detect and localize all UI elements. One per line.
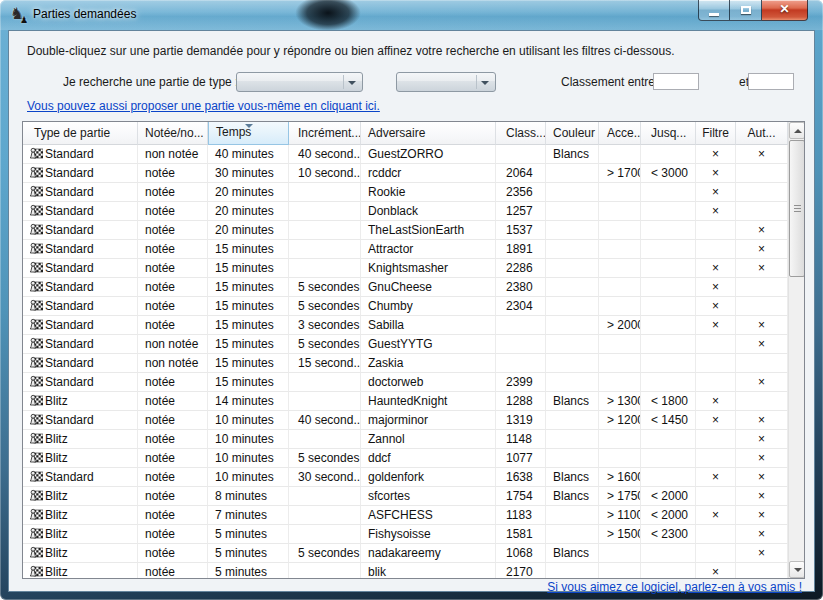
cell-time: 10 minutes (208, 411, 289, 430)
table-row[interactable]: Standard notée 15 minutes Knightsmasher … (23, 259, 788, 278)
table-row[interactable]: Blitz notée 14 minutes HauntedKnight 128… (23, 392, 788, 411)
table-row[interactable]: Blitz notée 5 minutes blik 2170 × (23, 563, 788, 579)
table-row[interactable]: Standard notée 10 minutes 30 second... g… (23, 468, 788, 487)
scroll-down-button[interactable] (789, 561, 805, 578)
cell-rated: non notée (138, 335, 208, 354)
rating-max-input[interactable] (748, 73, 794, 90)
cell-rating (496, 316, 546, 335)
maximize-icon (741, 6, 751, 14)
table-row[interactable]: Standard notée 20 minutes TheLastSionEar… (23, 221, 788, 240)
cell-game-type: Standard (23, 164, 138, 183)
cell-game-type: Blitz (23, 430, 138, 449)
titlebar[interactable]: ♞♟ Parties demandées ✕ (0, 0, 823, 30)
cell-filter-mark (696, 449, 736, 468)
thumb-grip-icon (794, 205, 801, 213)
combo-separator (476, 75, 477, 89)
cell-rated: notée (138, 506, 208, 525)
cell-color (546, 316, 599, 335)
cell-auto-mark: × (736, 525, 788, 544)
table-row[interactable]: Standard non notée 15 minutes 5 secondes… (23, 335, 788, 354)
table-row[interactable]: Standard notée 15 minutes 3 secondes Sab… (23, 316, 788, 335)
table-row[interactable]: Standard notée 20 minutes Donblack 1257 … (23, 202, 788, 221)
cell-game-type: Standard (23, 297, 138, 316)
table-row[interactable]: Standard notée 15 minutes 5 secondes Chu… (23, 297, 788, 316)
column-header-color[interactable]: Couleur (546, 122, 599, 145)
cell-opponent: GuestZORRO (361, 145, 496, 164)
cell-game-type: Standard (23, 202, 138, 221)
tell-friends-link[interactable]: Si vous aimez ce logiciel, parlez-en à v… (547, 580, 802, 594)
chess-pawn-mini-icon: ♟ (20, 10, 28, 30)
table-row[interactable]: Standard notée 15 minutes Attractor 1891… (23, 240, 788, 259)
table-row[interactable]: Blitz notée 5 minutes 5 secondes nadakar… (23, 544, 788, 563)
cell-game-type: Standard (23, 278, 138, 297)
cell-rating: 1754 (496, 487, 546, 506)
close-button[interactable]: ✕ (762, 0, 808, 21)
cell-increment (289, 183, 361, 202)
cell-increment (289, 487, 361, 506)
column-header-auto[interactable]: Aut... (736, 122, 788, 145)
cell-filter-mark: × (696, 183, 736, 202)
cell-auto-mark: × (736, 335, 788, 354)
column-header-filter[interactable]: Filtre (696, 122, 736, 145)
cell-color (546, 506, 599, 525)
column-header-increment[interactable]: Incrément... (289, 122, 361, 145)
cell-increment: 5 secondes (289, 297, 361, 316)
cell-filter-mark: × (696, 278, 736, 297)
table-row[interactable]: Standard non notée 15 minutes 15 second.… (23, 354, 788, 373)
cell-increment: 10 second... (289, 164, 361, 183)
cell-game-type: Blitz (23, 506, 138, 525)
cell-accept-above: > 1300 (599, 392, 641, 411)
scrollbar-thumb[interactable] (789, 140, 805, 277)
column-header-opponent[interactable]: Adversaire (361, 122, 496, 145)
cell-rated: notée (138, 164, 208, 183)
cell-game-type: Blitz (23, 544, 138, 563)
cell-increment (289, 506, 361, 525)
game-type-select[interactable] (236, 72, 363, 92)
column-header-rating[interactable]: Class... (496, 122, 546, 145)
cell-auto-mark: × (736, 373, 788, 392)
cell-game-type: Blitz (23, 392, 138, 411)
cell-time: 15 minutes (208, 373, 289, 392)
cell-rated: notée (138, 544, 208, 563)
table-row[interactable]: Blitz notée 5 minutes Fishysoisse 1581 >… (23, 525, 788, 544)
table-row[interactable]: Standard notée 15 minutes 5 secondes Gnu… (23, 278, 788, 297)
table-row[interactable]: Standard notée 15 minutes doctorweb 2399… (23, 373, 788, 392)
cell-increment: 40 second... (289, 145, 361, 164)
cell-rating: 2286 (496, 259, 546, 278)
cell-opponent: goldenfork (361, 468, 496, 487)
column-header-accept-above[interactable]: Acce... (599, 122, 641, 145)
cell-filter-mark: × (696, 563, 736, 579)
cell-rating: 1257 (496, 202, 546, 221)
column-header-up-to[interactable]: Jusq... (641, 122, 696, 145)
scroll-up-button[interactable] (789, 122, 805, 139)
cell-auto-mark: × (736, 544, 788, 563)
cell-game-type: Standard (23, 373, 138, 392)
column-header-type[interactable]: Type de partie (23, 122, 138, 145)
cell-filter-mark: × (696, 468, 736, 487)
table-row[interactable]: Standard notée 20 minutes Rookie 2356 × (23, 183, 788, 202)
table-row[interactable]: Standard non notée 40 minutes 40 second.… (23, 145, 788, 164)
cell-rating: 2304 (496, 297, 546, 316)
cell-accept-above: > 1600 (599, 468, 641, 487)
table-row[interactable]: Blitz notée 7 minutes ASFCHESS 1183 > 11… (23, 506, 788, 525)
table-row[interactable]: Blitz notée 10 minutes Zannol 1148 × (23, 430, 788, 449)
cell-rated: notée (138, 411, 208, 430)
chess-pawn-icon (29, 165, 43, 179)
vertical-scrollbar[interactable] (788, 122, 804, 578)
cell-up-to: < 2000 (641, 487, 696, 506)
rating-min-input[interactable] (653, 73, 699, 90)
column-header-time[interactable]: Temps (208, 122, 289, 145)
table-row[interactable]: Standard notée 10 minutes 40 second... m… (23, 411, 788, 430)
cell-rated: notée (138, 449, 208, 468)
table-row[interactable]: Standard notée 30 minutes 10 second... r… (23, 164, 788, 183)
game-subtype-select[interactable] (396, 72, 496, 92)
column-header-rated[interactable]: Notée/no... (138, 122, 208, 145)
cell-color (546, 278, 599, 297)
cell-auto-mark: × (736, 487, 788, 506)
minimize-button[interactable] (698, 0, 730, 21)
sort-descending-icon (245, 124, 253, 128)
table-row[interactable]: Blitz notée 8 minutes sfcortes 1754 Blan… (23, 487, 788, 506)
table-row[interactable]: Blitz notée 10 minutes 5 secondes ddcf 1… (23, 449, 788, 468)
maximize-button[interactable] (730, 0, 762, 21)
propose-game-link[interactable]: Vous pouvez aussi proposer une partie vo… (27, 99, 380, 113)
